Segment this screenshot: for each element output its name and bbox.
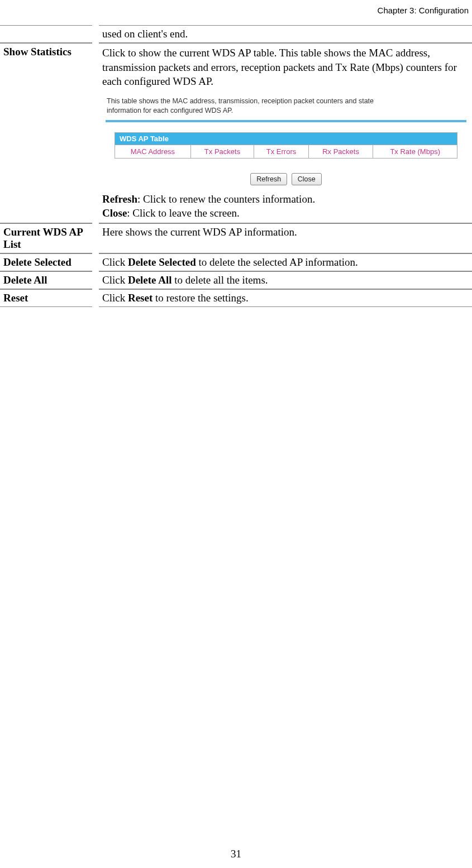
col-mac-address: MAC Address [115,145,191,158]
close-button[interactable]: Close [292,173,322,185]
col-tx-errors: Tx Errors [254,145,309,158]
page-header: Chapter 3: Configuration [0,0,472,25]
label-current-wds: Current WDS AP List [0,223,92,253]
label-reset: Reset [0,289,92,307]
definition-table: used on client's end. Show Statistics Cl… [0,25,472,307]
desc-delete-all: Click Delete All to delete all the items… [99,271,472,289]
reset-bold: Reset [128,292,152,304]
show-stats-intro: Click to show the current WDS AP table. … [102,46,469,89]
label-delete-all: Delete All [0,271,92,289]
refresh-note: Refresh: Click to renew the counters inf… [102,192,469,207]
reset-pre: Click [102,292,128,304]
label-blank [0,25,92,43]
screenshot-intro: This table shows the MAC address, transm… [103,97,469,116]
screenshot-intro-line1: This table shows the MAC address, transm… [107,97,465,106]
wds-ap-screenshot: This table shows the MAC address, transm… [103,97,469,185]
screenshot-button-row: Refresh Close [103,173,469,185]
blue-divider [106,120,466,122]
col-tx-rate: Tx Rate (Mbps) [373,145,457,158]
desc-show-statistics: Click to show the current WDS AP table. … [99,43,472,223]
row-used-on-client: used on client's end. [0,25,472,43]
desc-used-on-client: used on client's end. [99,25,472,43]
delete-selected-post: to delete the selected AP information. [196,256,358,268]
row-show-statistics: Show Statistics Click to show the curren… [0,43,472,223]
delete-selected-bold: Delete Selected [128,256,196,268]
delete-all-pre: Click [102,274,128,286]
desc-reset: Click Reset to restore the settings. [99,289,472,307]
delete-all-post: to delete all the items. [172,274,268,286]
refresh-desc: : Click to renew the counters informatio… [137,193,315,205]
desc-delete-selected: Click Delete Selected to delete the sele… [99,253,472,271]
refresh-bold: Refresh [102,193,137,205]
wds-ap-table: MAC Address Tx Packets Tx Errors Rx Pack… [115,145,457,159]
desc-current-wds: Here shows the current WDS AP informatio… [99,223,472,253]
page-number: 31 [0,848,472,860]
row-delete-all: Delete All Click Delete All to delete al… [0,271,472,289]
reset-post: to restore the settings. [152,292,249,304]
row-delete-selected: Delete Selected Click Delete Selected to… [0,253,472,271]
screenshot-intro-line2: information for each configured WDS AP. [107,106,465,116]
wds-ap-table-title: WDS AP Table [115,132,457,145]
refresh-button[interactable]: Refresh [250,173,287,185]
delete-all-bold: Delete All [128,274,172,286]
label-delete-selected: Delete Selected [0,253,92,271]
col-tx-packets: Tx Packets [190,145,254,158]
row-current-wds-ap-list: Current WDS AP List Here shows the curre… [0,223,472,253]
delete-selected-pre: Click [102,256,128,268]
close-note: Close: Click to leave the screen. [102,206,469,220]
row-reset: Reset Click Reset to restore the setting… [0,289,472,307]
col-rx-packets: Rx Packets [308,145,373,158]
close-bold: Close [102,207,127,219]
label-show-statistics: Show Statistics [0,43,92,223]
close-desc: : Click to leave the screen. [127,207,240,219]
